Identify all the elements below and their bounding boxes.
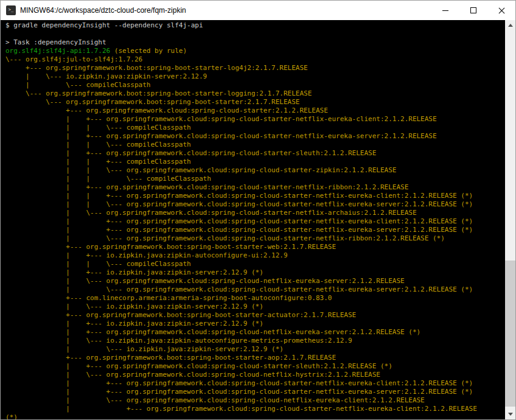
window-controls	[431, 1, 515, 20]
terminal-line: | +--- io.zipkin.java:zipkin-autoconfigu…	[5, 251, 505, 260]
scrollbar-up-button[interactable]	[505, 20, 515, 30]
mintty-terminal-window: >_ MINGW64:/c/workspace/dztc-cloud-core/…	[0, 0, 516, 420]
terminal-line: | | \--- org.springframework.cloud:sprin…	[5, 200, 505, 209]
terminal-line	[5, 30, 505, 38]
terminal-line: | +--- org.springframework.cloud:spring-…	[5, 362, 505, 371]
terminal-line: | \--- org.springframework.cloud:spring-…	[5, 371, 505, 379]
terminal-line: +--- org.springframework.boot:spring-boo…	[5, 243, 505, 251]
terminal-line: | | \--- compileClasspath	[5, 260, 505, 268]
terminal-line: | +--- io.zipkin.java:zipkin-server:2.12…	[5, 320, 505, 328]
terminal-line: | \--- org.springframework.cloud:spring-…	[5, 209, 505, 217]
terminal-line: | \--- io.zipkin.java:zipkin-server:2.12…	[5, 303, 505, 311]
terminal-line: | | \--- org.springframework.cloud:sprin…	[5, 166, 505, 175]
terminal-line: +--- org.springframework.cloud:spring-cl…	[5, 107, 505, 115]
terminal-line: | \--- io.zipkin.java:zipkin-server:2.12…	[5, 345, 505, 354]
terminal-line: \--- org.springframework.boot:spring-boo…	[5, 89, 505, 98]
terminal-line: | +--- org.springframework.cloud:spring-…	[5, 388, 505, 396]
terminal-line: | +--- org.springframework.cloud:spring-…	[5, 328, 505, 337]
terminal-line: > Task :dependencyInsight	[5, 38, 505, 47]
terminal-line: | \--- compileClasspath	[5, 81, 505, 89]
maximize-icon	[470, 7, 476, 13]
maximize-button[interactable]	[459, 1, 487, 20]
terminal-line: | | +--- compileClasspath	[5, 158, 505, 166]
scrollbar-down-button[interactable]	[505, 409, 515, 419]
terminal-line: | +--- io.zipkin.java:zipkin-server:2.12…	[5, 268, 505, 277]
scrollbar-thumb[interactable]	[505, 261, 515, 407]
terminal-line: \--- org.springframework.boot:spring-boo…	[5, 98, 505, 107]
terminal-line: | +--- org.springframework.cloud:spring-…	[5, 149, 505, 158]
close-icon	[498, 7, 506, 15]
minimize-button[interactable]	[431, 1, 459, 20]
terminal-line: | +--- org.springframework.cloud:spring-…	[5, 405, 505, 413]
triangle-down-icon	[508, 413, 513, 416]
close-button[interactable]	[487, 1, 515, 20]
terminal-line: | \--- io.zipkin.java:zipkin-server:2.12…	[5, 72, 505, 81]
titlebar[interactable]: >_ MINGW64:/c/workspace/dztc-cloud-core/…	[1, 1, 515, 20]
terminal-line: (*)	[5, 413, 505, 419]
triangle-up-icon	[508, 24, 513, 27]
terminal-line: +--- org.springframework.boot:spring-boo…	[5, 311, 505, 320]
terminal-line: +--- org.springframework.boot:spring-boo…	[5, 354, 505, 362]
terminal-line: | +--- org.springframework.cloud:spring-…	[5, 132, 505, 141]
terminal-line: | \--- org.springframework.cloud:spring-…	[5, 277, 505, 285]
terminal-line: +--- org.springframework.boot:spring-boo…	[5, 64, 505, 72]
terminal-line: | \--- org.springframework.cloud:spring-…	[5, 285, 505, 294]
terminal-line: | | \--- compileClasspath	[5, 175, 505, 183]
terminal-line: org.slf4j:slf4j-api:1.7.26 (selected by …	[5, 47, 505, 55]
scrollbar[interactable]	[505, 20, 515, 419]
terminal-line: | | +--- org.springframework.cloud:sprin…	[5, 192, 505, 200]
terminal-line: +--- com.linecorp.armeria:armeria-spring…	[5, 294, 505, 303]
minimize-icon	[442, 10, 448, 11]
terminal-line: | +--- org.springframework.cloud:spring-…	[5, 226, 505, 234]
terminal-line: | \--- io.zipkin.java:zipkin-autoconfigu…	[5, 337, 505, 345]
terminal-line: | \--- org.springframework.cloud:spring-…	[5, 396, 505, 405]
window-title: MINGW64:/c/workspace/dztc-cloud-core/fqm…	[20, 6, 431, 15]
terminal-line: | +--- org.springframework.cloud:spring-…	[5, 115, 505, 124]
terminal-line: | | \--- compileClasspath	[5, 141, 505, 149]
terminal-line: $ gradle dependencyInsight --dependency …	[5, 21, 505, 30]
terminal-line: \--- org.slf4j:jul-to-slf4j:1.7.26	[5, 55, 505, 64]
terminal-line: | | \--- compileClasspath	[5, 124, 505, 132]
terminal-line: | +--- org.springframework.cloud:spring-…	[5, 217, 505, 226]
terminal-area: $ gradle dependencyInsight --dependency …	[1, 20, 515, 419]
terminal-line: | +--- org.springframework.cloud:spring-…	[5, 379, 505, 388]
mintty-app-icon: >_	[6, 5, 16, 15]
terminal-line: | +--- org.springframework.cloud:spring-…	[5, 183, 505, 192]
terminal-output[interactable]: $ gradle dependencyInsight --dependency …	[1, 20, 505, 419]
terminal-line: | \--- org.springframework.cloud:spring-…	[5, 234, 505, 243]
